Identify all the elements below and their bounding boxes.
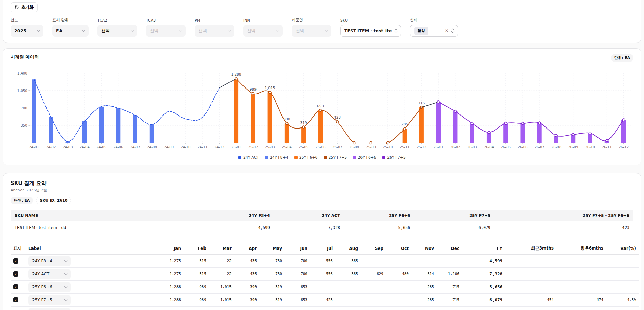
month-value-cell: – (336, 281, 361, 294)
svg-text:25-10: 25-10 (383, 145, 393, 149)
clear-icon[interactable]: ✕ (445, 29, 448, 33)
svg-text:1,015: 1,015 (265, 86, 275, 90)
svg-text:-: - (387, 136, 389, 140)
month-value-cell: 629 (361, 268, 386, 281)
row-checkbox[interactable]: ✓ (13, 284, 18, 289)
row-checkbox[interactable]: ✓ (13, 258, 18, 264)
sku-name-table: SKU NAME24Y F8+424Y ACT25Y F6+625Y F7+52… (11, 210, 633, 234)
row-label-select[interactable]: 24Y ACT (28, 269, 71, 279)
month-value-cell: 211 (234, 307, 260, 310)
sku-name-table-row: TEST-ITEM · test_item__dd4,5997,3285,656… (11, 221, 633, 234)
reset-button[interactable]: 초기화 (11, 2, 38, 12)
month-value-cell: 365 (336, 255, 361, 268)
row-label-select[interactable]: 26Y F6+6 (28, 308, 71, 310)
svg-text:1,050: 1,050 (17, 89, 27, 93)
row-label-select[interactable]: 25Y F6+6 (28, 282, 71, 292)
next6-cell: – (556, 307, 606, 310)
name-table-value-cell: 6,079 (414, 221, 495, 234)
month-value-cell: 285 (411, 281, 437, 294)
label-cell: 26Y F6+6 (26, 307, 158, 310)
status-select[interactable]: 활성 ✕ (410, 25, 458, 37)
svg-text:423: 423 (334, 115, 341, 119)
detail-table-header-cell: Sep (361, 242, 386, 255)
month-value-cell: 464 (437, 307, 462, 310)
month-value-cell: 146 (336, 307, 361, 310)
row-checkbox[interactable]: ✓ (13, 271, 18, 277)
bars-25y-f6+6 (234, 79, 424, 143)
svg-text:26-06: 26-06 (517, 145, 527, 149)
unit-badge: 단위: EA (11, 197, 33, 204)
detail-table-header-cell: May (260, 242, 285, 255)
name-table-header-cell: 24Y ACT (274, 210, 344, 221)
month-value-cell: 1,015 (209, 294, 234, 307)
svg-text:25-11: 25-11 (400, 145, 410, 149)
chart-unit-badge: 단위: EA (611, 54, 633, 62)
month-value-cell: – (411, 255, 437, 268)
checkbox-cell: ✓ (11, 281, 26, 294)
month-value-cell: 1,288 (158, 294, 184, 307)
month-value-cell: – (386, 294, 411, 307)
svg-text:26-11: 26-11 (602, 145, 612, 149)
legend-item: 24Y F8+4 (265, 155, 288, 160)
month-value-cell: 392 (260, 307, 285, 310)
pm-select: 선택 (195, 25, 234, 37)
legend-item: 25Y F7+5 (324, 155, 347, 160)
tca2-select[interactable]: 선택 (97, 25, 137, 37)
inn-select: 선택 (243, 25, 283, 37)
svg-text:26-12: 26-12 (619, 145, 629, 149)
detail-table-header-cell: Apr (234, 242, 260, 255)
filter-inn: INN선택 (243, 18, 283, 37)
detail-table-header-cell: Aug (336, 242, 361, 255)
svg-text:26-04: 26-04 (484, 145, 494, 149)
row-label-select[interactable]: 24Y F8+4 (28, 256, 71, 266)
legend-label: 26Y F7+5 (387, 155, 406, 160)
name-table-header-cell: 24Y F8+4 (216, 210, 274, 221)
product-name-select-value: 선택 (295, 28, 304, 34)
svg-text:24-02: 24-02 (46, 145, 56, 149)
legend-swatch (238, 156, 241, 159)
row-label-select[interactable]: 25Y F7+5 (28, 295, 71, 305)
year-select[interactable]: 2025 (11, 25, 43, 37)
fy-cell: 4,599 (462, 255, 505, 268)
sku-filter-label: SKU (340, 18, 401, 23)
detail-table-header-cell: 최근3mths (505, 242, 556, 255)
filter-status: 상태 활성 ✕ (410, 17, 458, 37)
filter-display-unit: 표시 단위EA (52, 17, 89, 37)
checkbox-cell: ✓ (11, 294, 26, 307)
name-table-header-cell: 25Y F7+5 (414, 210, 495, 221)
month-value-cell: 1,275 (158, 255, 184, 268)
sku-select[interactable]: TEST-ITEM · test_item__dd (340, 25, 401, 37)
tca2-select-value: 선택 (101, 28, 110, 34)
month-value-cell: 285 (411, 294, 437, 307)
chart-header: 시계열 데이터 단위: EA (11, 54, 633, 64)
legend-label: 24Y F8+4 (270, 155, 288, 160)
month-value-cell: 365 (336, 268, 361, 281)
chart-title: 시계열 데이터 (11, 54, 39, 60)
month-value-cell: – (437, 255, 462, 268)
filter-pm: PM선택 (195, 18, 234, 37)
legend-item: 24Y ACT (238, 155, 259, 160)
display-unit-select[interactable]: EA (52, 25, 89, 37)
updown-chevron-icon (395, 29, 397, 32)
checkbox-cell: ✓ (11, 268, 26, 281)
svg-text:25-02: 25-02 (248, 145, 258, 149)
month-value-cell: 715 (437, 281, 462, 294)
month-value-cell: – (361, 294, 386, 307)
detail-table-header-cell: Dec (437, 242, 462, 255)
tca2-filter-label: TCA2 (97, 18, 137, 23)
month-value-cell: 515 (184, 268, 209, 281)
svg-text:24-12: 24-12 (214, 145, 224, 149)
svg-text:25-06: 25-06 (315, 145, 325, 149)
month-value-cell: 515 (184, 255, 209, 268)
row-label-value: 25Y F6+6 (32, 285, 52, 289)
month-value-cell: 393 (209, 307, 234, 310)
chevron-down-icon (82, 29, 86, 32)
svg-text:25-12: 25-12 (417, 145, 426, 149)
var-cell: 4.5% (606, 294, 639, 307)
row-checkbox[interactable]: ✓ (13, 297, 18, 302)
legend-swatch (353, 156, 356, 159)
var-cell: – (606, 281, 639, 294)
row-label-value: 25Y F7+5 (32, 298, 52, 302)
label-cell: 24Y ACT (26, 268, 158, 281)
legend-swatch (324, 156, 327, 159)
